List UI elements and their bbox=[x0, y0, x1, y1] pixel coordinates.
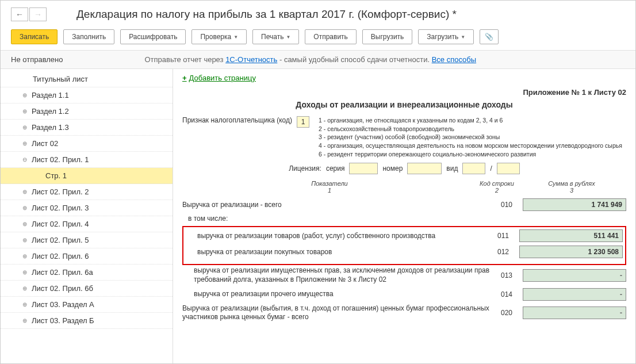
row-013-label: выручка от реализации имущественных прав… bbox=[182, 266, 491, 284]
license-series-input[interactable] bbox=[349, 163, 378, 174]
row-014-code: 014 bbox=[495, 290, 518, 298]
collapse-icon: ⊖ bbox=[21, 156, 28, 163]
expand-icon: ⊕ bbox=[21, 237, 28, 243]
check-button[interactable]: Проверка▼ bbox=[191, 29, 247, 44]
row-010-value[interactable]: 1 741 949 bbox=[523, 198, 626, 211]
tree-item-sheet-02-app-2[interactable]: ⊕Лист 02. Прил. 2 bbox=[1, 184, 173, 200]
expand-icon: ⊕ bbox=[21, 317, 28, 324]
attachment-button[interactable]: 📎 bbox=[480, 29, 499, 44]
tree-item-title-page[interactable]: Титульный лист bbox=[1, 71, 173, 87]
row-020-code: 020 bbox=[495, 309, 518, 317]
row-013-code: 013 bbox=[495, 271, 518, 279]
expand-icon: ⊕ bbox=[21, 124, 28, 131]
tree-item-sheet-02-app-5[interactable]: ⊕Лист 02. Прил. 5 bbox=[1, 232, 173, 248]
license-label: Лицензия: bbox=[289, 164, 321, 173]
tree-item-sheet-02-app-4[interactable]: ⊕Лист 02. Прил. 4 bbox=[1, 216, 173, 232]
tree-item-sheet-02-app-6a[interactable]: ⊕Лист 02. Прил. 6а bbox=[1, 265, 173, 281]
tree-item-section-1-2[interactable]: ⊕Раздел 1.2 bbox=[1, 104, 173, 120]
section-title: Доходы от реализации и внереализационные… bbox=[182, 100, 626, 109]
tree-item-section-1-3[interactable]: ⊕Раздел 1.3 bbox=[1, 120, 173, 136]
row-020-label: Выручка от реализации (выбытия, в т.ч. д… bbox=[182, 304, 491, 322]
download-button[interactable]: Загрузить▼ bbox=[418, 29, 474, 44]
all-ways-link[interactable]: Все способы bbox=[432, 55, 476, 64]
tree-item-section-1-1[interactable]: ⊕Раздел 1.1 bbox=[1, 87, 173, 104]
expand-icon: ⊕ bbox=[21, 140, 28, 147]
row-013-value[interactable] bbox=[523, 269, 626, 282]
row-011-value[interactable]: 511 441 bbox=[519, 229, 623, 242]
taxpayer-notes: 1 - организация, не относящаяся к указан… bbox=[319, 116, 622, 158]
nav-back-button[interactable]: ← bbox=[11, 7, 28, 21]
row-012-value[interactable]: 1 230 508 bbox=[519, 246, 623, 258]
paperclip-icon: 📎 bbox=[485, 33, 493, 41]
row-011-code: 011 bbox=[492, 232, 515, 240]
tree-item-sheet-02[interactable]: ⊕Лист 02 bbox=[1, 136, 173, 152]
row-010-label: Выручка от реализации - всего bbox=[182, 201, 491, 210]
chevron-down-icon: ▼ bbox=[286, 35, 290, 40]
expand-icon: ⊕ bbox=[21, 92, 28, 98]
nav-forward-button[interactable]: → bbox=[29, 7, 47, 21]
tree-item-sheet-03-section-b[interactable]: ⊕Лист 03. Раздел Б bbox=[1, 313, 173, 329]
taxpayer-label: Признак налогоплательщика (код) bbox=[182, 116, 292, 124]
fill-button[interactable]: Заполнить bbox=[63, 29, 114, 44]
print-button[interactable]: Печать▼ bbox=[252, 29, 299, 44]
row-014-label: выручка от реализации прочего имущества bbox=[182, 290, 491, 299]
page-title: Декларация по налогу на прибыль за 1 ква… bbox=[76, 8, 457, 21]
expand-icon: ⊕ bbox=[21, 253, 28, 259]
taxpayer-code-input[interactable]: 1 bbox=[297, 116, 309, 128]
reporting-link[interactable]: 1С-Отчетность bbox=[225, 55, 277, 64]
expand-icon: ⊕ bbox=[21, 221, 28, 227]
highlight-box: выручка от реализации товаров (работ, ус… bbox=[182, 226, 626, 265]
tree-item-page-1[interactable]: Стр. 1 bbox=[1, 168, 173, 184]
row-011-label: выручка от реализации товаров (работ, ус… bbox=[186, 232, 487, 241]
send-button[interactable]: Отправить bbox=[305, 29, 357, 44]
row-012-label: выручка от реализации покупных товаров bbox=[186, 248, 487, 257]
expand-icon: ⊕ bbox=[21, 269, 28, 275]
tree-item-sheet-02-app-6[interactable]: ⊕Лист 02. Прил. 6 bbox=[1, 248, 173, 265]
tree-item-sheet-02-app-1[interactable]: ⊖Лист 02. Прил. 1 bbox=[1, 152, 173, 168]
row-020-value[interactable] bbox=[523, 306, 626, 319]
tree-item-sheet-02-app-3[interactable]: ⊕Лист 02. Прил. 3 bbox=[1, 200, 173, 216]
expand-icon: ⊕ bbox=[21, 205, 28, 211]
expand-icon: ⊕ bbox=[21, 189, 28, 195]
subtotal-label: в том числе: bbox=[182, 214, 626, 223]
tree-item-sheet-02-app-6b[interactable]: ⊕Лист 02. Прил. 6б bbox=[1, 281, 173, 297]
annex-title: Приложение № 1 к Листу 02 bbox=[182, 88, 626, 97]
expand-icon: ⊕ bbox=[21, 108, 28, 114]
chevron-down-icon: ▼ bbox=[233, 35, 238, 40]
license-number-input[interactable] bbox=[407, 163, 442, 174]
status-state: Не отправлено bbox=[11, 55, 63, 64]
chevron-down-icon: ▼ bbox=[461, 35, 465, 40]
tree-sidebar: Титульный лист ⊕Раздел 1.1 ⊕Раздел 1.2 ⊕… bbox=[1, 69, 173, 363]
status-hint: Отправьте отчет через 1С-Отчетность - са… bbox=[144, 55, 476, 64]
license-type-input[interactable] bbox=[462, 163, 485, 174]
row-010-code: 010 bbox=[495, 201, 518, 209]
expand-icon: ⊕ bbox=[21, 285, 28, 292]
row-014-value[interactable] bbox=[523, 288, 626, 301]
expand-icon: ⊕ bbox=[21, 301, 28, 308]
decode-button[interactable]: Расшифровать bbox=[120, 29, 186, 44]
tree-item-sheet-03-section-a[interactable]: ⊕Лист 03. Раздел А bbox=[1, 297, 173, 313]
upload-button[interactable]: Выгрузить bbox=[362, 29, 413, 44]
save-button[interactable]: Записать bbox=[11, 29, 58, 44]
main-content: Добавить страницу Приложение № 1 к Листу… bbox=[173, 69, 635, 363]
row-012-code: 012 bbox=[492, 248, 515, 256]
add-page-link[interactable]: Добавить страницу bbox=[182, 74, 626, 82]
license-subtype-input[interactable] bbox=[497, 163, 520, 174]
